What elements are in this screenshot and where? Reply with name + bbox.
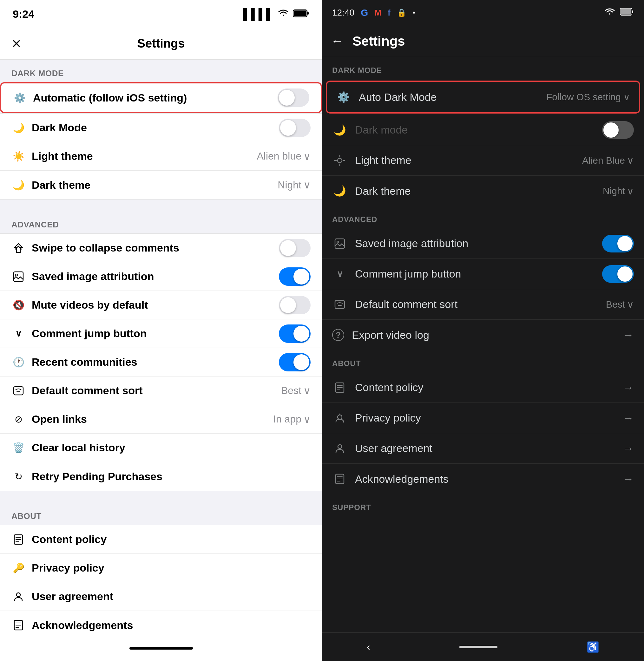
user-agreement-arrow-icon: → <box>622 442 634 455</box>
android-time: 12:40 <box>332 8 354 18</box>
default-comment-sort-value[interactable]: Best ∨ <box>281 385 310 397</box>
android-comment-jump-label: Comment jump button <box>355 268 595 280</box>
android-light-theme-value[interactable]: Alien Blue ∨ <box>582 155 634 166</box>
left-content-scroll[interactable]: DARK MODE ⚙️ Automatic (follow iOS setti… <box>0 60 322 661</box>
android-home-indicator[interactable] <box>459 646 498 648</box>
chevron-down-icon: ∨ <box>303 413 310 425</box>
dark-mode-toggle[interactable] <box>279 119 310 137</box>
android-acknowledgements-item[interactable]: Acknowledgements → <box>322 464 644 494</box>
comment-jump-label: Comment jump button <box>32 327 273 340</box>
content-policy-icon <box>12 533 25 546</box>
svg-rect-25 <box>335 300 345 309</box>
android-export-video-log-item[interactable]: ? Export video log → <box>322 320 644 350</box>
svg-rect-17 <box>621 9 631 15</box>
about-section-header: ABOUT <box>0 502 322 525</box>
android-dark-theme-label: Dark theme <box>355 185 595 197</box>
android-auto-dark-item[interactable]: ⚙️ Auto Dark Mode Follow OS setting ∨ <box>327 82 639 112</box>
android-auto-dark-value[interactable]: Follow OS setting ∨ <box>546 92 630 102</box>
auto-dark-item[interactable]: ⚙️ Automatic (follow iOS setting) <box>1 84 321 112</box>
acknowledgements-item[interactable]: Acknowledgements <box>0 611 322 639</box>
android-saved-image-toggle[interactable] <box>602 235 634 253</box>
clear-history-label: Clear local history <box>32 442 310 454</box>
follow-os-chevron-icon: ∨ <box>623 92 630 102</box>
android-settings-title: Settings <box>352 33 405 49</box>
android-acknowledgements-icon <box>332 471 347 487</box>
dark-theme-item[interactable]: 🌙 Dark theme Night ∨ <box>0 171 322 199</box>
default-comment-sort-item[interactable]: Default comment sort Best ∨ <box>0 377 322 405</box>
recent-communities-item[interactable]: 🕐 Recent communities <box>0 348 322 377</box>
dark-mode-item[interactable]: 🌙 Dark Mode <box>0 114 322 142</box>
android-support-section-header: SUPPORT <box>322 494 644 516</box>
recent-communities-toggle[interactable] <box>279 353 310 372</box>
comment-jump-item[interactable]: ∨ Comment jump button <box>0 320 322 348</box>
android-battery-icon <box>620 7 634 18</box>
dark-theme-value[interactable]: Night ∨ <box>278 179 310 191</box>
close-button[interactable]: ✕ <box>12 37 22 51</box>
comment-jump-toggle[interactable] <box>279 325 310 343</box>
right-panel: 12:40 G M f 🔒 • ← Settings DARK MODE ⚙️ <box>322 0 644 661</box>
android-comment-jump-item[interactable]: ∨ Comment jump button <box>322 259 644 289</box>
toggle-knob <box>280 297 296 313</box>
svg-point-18 <box>338 158 342 163</box>
light-theme-value[interactable]: Alien blue ∨ <box>257 150 310 162</box>
ios-status-right: ▌▌▌▌ <box>243 8 309 20</box>
android-toggle-knob <box>617 266 632 282</box>
mute-videos-toggle[interactable] <box>279 296 310 314</box>
saved-image-toggle[interactable] <box>279 267 310 286</box>
android-accessibility-icon[interactable]: ♿ <box>586 641 599 653</box>
content-policy-item[interactable]: Content policy <box>0 525 322 554</box>
android-default-comment-sort-item[interactable]: Default comment sort Best ∨ <box>322 289 644 320</box>
svg-rect-2 <box>294 10 306 16</box>
dark-mode-section-header: DARK MODE <box>0 60 322 82</box>
dark-mode-list: 🌙 Dark Mode ☀️ Light theme Alien blue ∨ … <box>0 113 322 199</box>
android-dark-mode-item[interactable]: 🌙 Dark mode <box>322 115 644 145</box>
android-user-agreement-item[interactable]: User agreement → <box>322 433 644 464</box>
android-privacy-policy-label: Privacy policy <box>355 412 615 424</box>
facebook-icon: f <box>388 8 391 18</box>
dark-theme-label: Dark theme <box>32 179 271 191</box>
open-links-value[interactable]: In app ∨ <box>273 413 310 425</box>
light-theme-label: Light theme <box>32 150 250 162</box>
retry-purchases-item[interactable]: ↻ Retry Pending Purchases <box>0 462 322 491</box>
android-back-nav-icon[interactable]: ‹ <box>367 641 370 653</box>
mute-videos-icon: 🔇 <box>12 298 25 312</box>
dark-mode-icon: 🌙 <box>12 121 25 135</box>
android-export-video-log-icon: ? <box>332 329 344 341</box>
acknowledgements-icon <box>12 618 25 632</box>
android-dark-theme-value[interactable]: Night ∨ <box>603 186 634 197</box>
svg-point-24 <box>337 241 339 243</box>
android-saved-image-item[interactable]: Saved image attribution <box>322 228 644 259</box>
open-links-item[interactable]: ⊘ Open links In app ∨ <box>0 405 322 433</box>
user-agreement-item[interactable]: User agreement <box>0 582 322 611</box>
android-light-theme-item[interactable]: Light theme Alien Blue ∨ <box>322 145 644 176</box>
auto-dark-label: Automatic (follow iOS setting) <box>33 92 271 104</box>
android-dark-mode-section-header: DARK MODE <box>322 57 644 79</box>
mute-videos-item[interactable]: 🔇 Mute videos by default <box>0 291 322 320</box>
android-privacy-policy-item[interactable]: Privacy policy → <box>322 403 644 433</box>
clear-history-icon: 🗑️ <box>12 441 25 455</box>
google-icon: G <box>361 7 368 18</box>
battery-icon <box>293 8 309 20</box>
swipe-collapse-item[interactable]: Swipe to collapse comments <box>0 234 322 262</box>
android-toggle-knob <box>603 122 619 138</box>
chevron-down-icon: ∨ <box>627 299 634 310</box>
clear-history-item[interactable]: 🗑️ Clear local history <box>0 433 322 462</box>
chevron-down-icon: ∨ <box>303 385 310 397</box>
right-content-scroll[interactable]: DARK MODE ⚙️ Auto Dark Mode Follow OS se… <box>322 57 644 661</box>
android-content-policy-item[interactable]: Content policy → <box>322 372 644 403</box>
android-default-comment-sort-value[interactable]: Best ∨ <box>606 299 634 310</box>
android-dark-mode-label: Dark mode <box>355 124 595 136</box>
svg-rect-16 <box>632 10 633 13</box>
android-dark-theme-item[interactable]: 🌙 Dark theme Night ∨ <box>322 176 644 206</box>
dot-icon: • <box>413 8 415 17</box>
open-links-icon: ⊘ <box>12 412 25 426</box>
android-dark-mode-toggle[interactable] <box>602 121 634 139</box>
privacy-policy-item[interactable]: 🔑 Privacy policy <box>0 554 322 582</box>
swipe-collapse-toggle[interactable] <box>279 239 310 257</box>
saved-image-item[interactable]: Saved image attribution <box>0 262 322 291</box>
auto-dark-toggle[interactable] <box>278 89 309 107</box>
android-user-agreement-icon <box>332 441 347 456</box>
light-theme-item[interactable]: ☀️ Light theme Alien blue ∨ <box>0 142 322 171</box>
back-button[interactable]: ← <box>331 34 344 48</box>
android-comment-jump-toggle[interactable] <box>602 265 634 283</box>
